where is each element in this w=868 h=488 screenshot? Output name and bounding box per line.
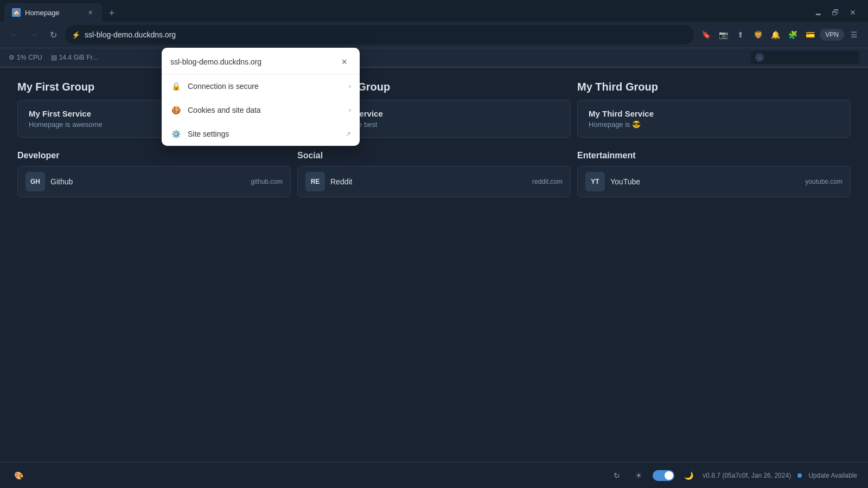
tab-close-button[interactable]: ✕	[86, 8, 94, 17]
toolbar-actions: 🔖 📷 ⬆ 🦁 🔔 🧩 💳 VPN ☰	[698, 27, 861, 42]
ram-monitor: ▤ 14.4 GiB Fr...	[51, 54, 98, 61]
palette-icon[interactable]: 🎨	[11, 468, 26, 483]
settings-icon: ⚙️	[170, 129, 181, 139]
search-circle: ○	[755, 53, 764, 62]
alert-icon[interactable]: 🔔	[768, 27, 783, 42]
services-section: My First Group My First Service Homepage…	[17, 81, 851, 138]
dropdown-close-button[interactable]: ✕	[338, 55, 351, 68]
toggle-thumb	[665, 471, 673, 480]
reload-button[interactable]: ↻	[46, 27, 61, 42]
close-button[interactable]: ✕	[846, 6, 859, 19]
youtube-url: youtube.com	[805, 178, 843, 185]
ram-value: 14.4 GiB	[59, 54, 85, 61]
bookmarks-section: Developer GH Github github.com Social RE…	[17, 151, 851, 197]
third-group-col: My Third Group My Third Service Homepage…	[577, 81, 851, 138]
update-dot	[797, 473, 802, 478]
footer: 🎨 ↻ ☀ 🌙 v0.8.7 (05a7c0f, Jan 26, 2024) U…	[0, 462, 868, 488]
reddit-name: Reddit	[330, 177, 527, 186]
youtube-abbr: YT	[585, 172, 605, 191]
third-service-desc: Homepage is 😎	[589, 120, 839, 129]
dropdown-header: ssl-blog-demo.duckdns.org ✕	[162, 48, 360, 74]
brave-icon[interactable]: 🦁	[750, 27, 765, 42]
address-text: ssl-blog-demo.duckdns.org	[85, 30, 687, 39]
github-name: Github	[50, 177, 245, 186]
cookie-icon: 🍪	[170, 105, 181, 115]
status-bar: ⚙ 1% CPU ▤ 14.4 GiB Fr... ○	[0, 48, 868, 67]
cpu-icon: ⚙	[9, 54, 15, 61]
third-group-title: My Third Group	[577, 81, 851, 93]
sun-icon[interactable]: ☀	[631, 468, 646, 483]
social-section: Social RE Reddit reddit.com	[297, 151, 571, 197]
github-url: github.com	[251, 178, 283, 185]
youtube-bookmark[interactable]: YT YouTube youtube.com	[577, 166, 851, 197]
wallet-icon[interactable]: 💳	[802, 27, 818, 42]
version-text: v0.8.7 (05a7c0f, Jan 26, 2024)	[703, 472, 791, 479]
site-settings-label: Site settings	[188, 130, 339, 138]
developer-section-title: Developer	[17, 151, 291, 160]
search-input-area[interactable]: ○	[751, 51, 859, 64]
third-service-card[interactable]: My Third Service Homepage is 😎	[577, 100, 851, 138]
toggle-track[interactable]	[653, 470, 674, 481]
reddit-abbr: RE	[305, 172, 325, 191]
cpu-monitor: ⚙ 1% CPU	[9, 54, 42, 61]
connection-secure-item[interactable]: 🔒 Connection is secure ›	[162, 74, 360, 98]
update-label: Update Available	[808, 472, 857, 479]
site-settings-external-icon: ↗	[346, 130, 351, 138]
reddit-url: reddit.com	[532, 178, 563, 185]
cpu-label: CPU	[28, 54, 42, 61]
forward-button[interactable]: →	[26, 27, 41, 42]
site-settings-item[interactable]: ⚙️ Site settings ↗	[162, 122, 360, 146]
restore-button[interactable]: 🗗	[829, 6, 842, 19]
social-section-title: Social	[297, 151, 571, 160]
vpn-button[interactable]: VPN	[820, 29, 844, 41]
services-cards-row: My First Group My First Service Homepage…	[17, 81, 851, 138]
extensions-icon[interactable]: 🧩	[785, 27, 800, 42]
github-bookmark[interactable]: GH Github github.com	[17, 166, 291, 197]
moon-icon[interactable]: 🌙	[681, 468, 696, 483]
address-input-wrap[interactable]: ⚡ ssl-blog-demo.duckdns.org	[65, 25, 694, 44]
screenshot-icon[interactable]: 📷	[716, 27, 731, 42]
back-button[interactable]: ←	[7, 27, 22, 42]
third-service-name: My Third Service	[589, 109, 839, 118]
minimize-button[interactable]: 🗕	[812, 6, 825, 19]
tab-favicon: 🏠	[12, 8, 21, 17]
tab-title: Homepage	[25, 9, 81, 17]
connection-secure-arrow: ›	[349, 82, 351, 90]
cpu-percent: 1%	[17, 54, 26, 61]
vpn-label: VPN	[825, 31, 839, 38]
entertainment-section-title: Entertainment	[577, 151, 851, 160]
menu-button[interactable]: ☰	[846, 27, 861, 42]
active-tab[interactable]: 🏠 Homepage ✕	[4, 3, 102, 22]
share-icon[interactable]: ⬆	[733, 27, 748, 42]
tab-bar: 🏠 Homepage ✕ ＋ 🗕 🗗 ✕	[0, 0, 868, 22]
entertainment-section: Entertainment YT YouTube youtube.com	[577, 151, 851, 197]
cookies-label: Cookies and site data	[188, 106, 342, 114]
cookies-item[interactable]: 🍪 Cookies and site data ›	[162, 98, 360, 122]
footer-right: ↻ ☀ 🌙 v0.8.7 (05a7c0f, Jan 26, 2024) Upd…	[609, 468, 857, 483]
site-info-dropdown: ssl-blog-demo.duckdns.org ✕ 🔒 Connection…	[162, 48, 360, 146]
dropdown-domain: ssl-blog-demo.duckdns.org	[170, 57, 261, 66]
connection-secure-label: Connection is secure	[188, 82, 342, 91]
footer-left: 🎨	[11, 468, 26, 483]
window-controls: 🗕 🗗 ✕	[812, 6, 864, 19]
ram-icon: ▤	[51, 54, 57, 61]
cookies-arrow: ›	[349, 106, 351, 114]
main-content: My First Group My First Service Homepage…	[0, 68, 868, 219]
github-abbr: GH	[25, 172, 45, 191]
ram-label: Fr...	[86, 54, 98, 61]
lock-icon: 🔒	[170, 81, 181, 92]
refresh-footer-icon[interactable]: ↻	[609, 468, 624, 483]
new-tab-button[interactable]: ＋	[104, 5, 119, 20]
bookmark-icon[interactable]: 🔖	[698, 27, 713, 42]
theme-toggle[interactable]	[653, 470, 674, 481]
developer-section: Developer GH Github github.com	[17, 151, 291, 197]
reddit-bookmark[interactable]: RE Reddit reddit.com	[297, 166, 571, 197]
youtube-name: YouTube	[610, 177, 800, 186]
address-bar: ← → ↻ ⚡ ssl-blog-demo.duckdns.org 🔖 📷 ⬆ …	[0, 22, 868, 48]
browser-chrome: 🏠 Homepage ✕ ＋ 🗕 🗗 ✕ ← → ↻ ⚡ ssl-blog-de…	[0, 0, 868, 68]
site-info-icon[interactable]: ⚡	[72, 31, 80, 39]
